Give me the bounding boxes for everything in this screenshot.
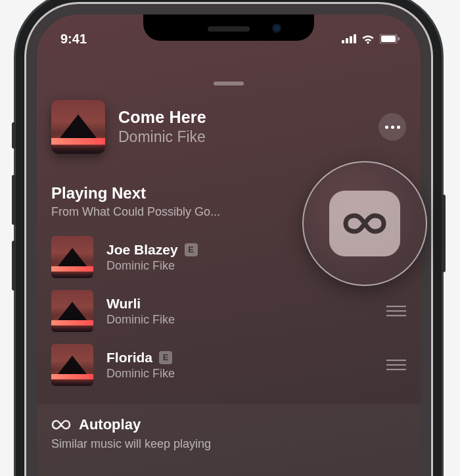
infinity-icon [342, 210, 388, 237]
autoplay-section: Autoplay Similar music will keep playing [37, 404, 421, 476]
track-row[interactable]: Wurli Dominic Fike [51, 290, 406, 332]
track-title: Joe Blazey [106, 242, 178, 258]
track-title: Wurli [106, 296, 141, 312]
track-artist: Dominic Fike [106, 367, 373, 381]
now-playing-artist: Dominic Fike [118, 128, 365, 146]
track-title: Florida [106, 350, 152, 366]
svg-rect-2 [350, 36, 352, 43]
battery-icon [380, 34, 400, 43]
svg-rect-1 [346, 38, 348, 43]
track-artwork [51, 344, 93, 386]
explicit-badge: E [185, 243, 198, 256]
power-button [442, 195, 446, 272]
svg-rect-0 [342, 40, 344, 43]
svg-rect-3 [354, 34, 356, 43]
volume-up-button [12, 175, 16, 225]
autoplay-toggle[interactable] [329, 191, 400, 256]
notch [143, 14, 314, 41]
svg-rect-5 [381, 36, 396, 42]
track-artwork [51, 290, 93, 332]
mute-switch [12, 122, 16, 149]
explicit-badge: E [159, 351, 172, 364]
autoplay-button-callout [302, 161, 427, 286]
autoplay-subtitle: Similar music will keep playing [51, 437, 406, 451]
status-time: 9:41 [60, 32, 87, 47]
reorder-handle-icon[interactable] [386, 359, 406, 371]
autoplay-title: Autoplay [79, 416, 141, 433]
track-artist: Dominic Fike [106, 313, 373, 327]
now-playing-artwork[interactable] [51, 100, 105, 154]
cellular-icon [342, 34, 356, 43]
sheet-grabber[interactable] [214, 82, 244, 85]
volume-down-button [12, 241, 16, 291]
now-playing-title: Come Here [118, 108, 365, 127]
infinity-icon [51, 419, 71, 431]
track-row[interactable]: Florida E Dominic Fike [51, 344, 406, 386]
now-playing-row: Come Here Dominic Fike [51, 100, 406, 154]
wifi-icon [361, 34, 375, 44]
svg-rect-6 [398, 37, 400, 41]
more-button[interactable] [379, 113, 406, 141]
track-artwork [51, 236, 93, 278]
reorder-handle-icon[interactable] [386, 305, 406, 317]
